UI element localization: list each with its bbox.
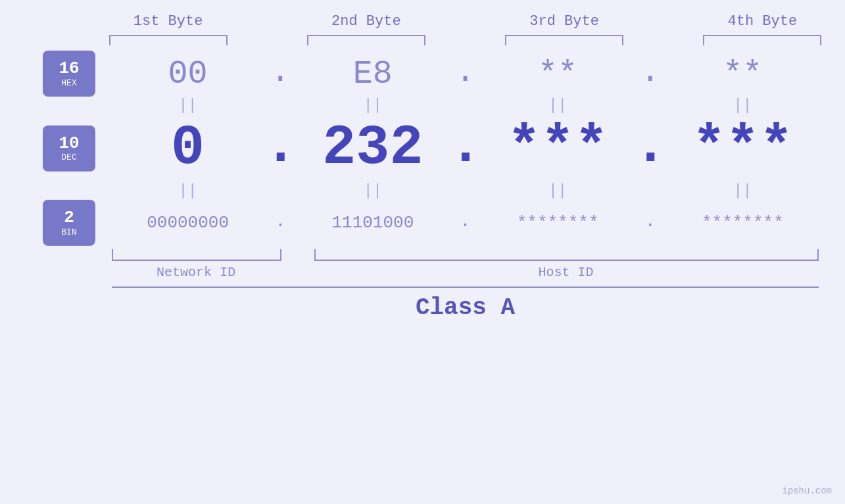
hex-sep-3: . bbox=[634, 53, 667, 95]
bin-val-4: ******** bbox=[667, 213, 819, 233]
byte-header-4: 4th Byte bbox=[664, 13, 845, 30]
eq-sym-2-4: || bbox=[667, 182, 819, 200]
eq-row-2: || || || || bbox=[26, 182, 819, 200]
dec-val-4: *** bbox=[667, 116, 819, 180]
eq-sym-1-2: || bbox=[297, 97, 448, 114]
bottom-labels: Network ID Host ID bbox=[112, 265, 819, 280]
bracket-cell-1 bbox=[69, 35, 267, 45]
bin-badge-label: BIN bbox=[61, 227, 76, 237]
hex-val-3: ** bbox=[482, 55, 634, 93]
bin-badge-area: 2 BIN bbox=[26, 200, 112, 246]
eq-sym-1-4: || bbox=[667, 97, 819, 114]
network-id-label: Network ID bbox=[112, 265, 280, 280]
bottom-section: Network ID Host ID Class A bbox=[26, 249, 819, 321]
labels-gap bbox=[280, 265, 313, 280]
bin-val-1: 00000000 bbox=[112, 213, 264, 233]
main-container: 1st Byte 2nd Byte 3rd Byte 4th Byte 16 H… bbox=[0, 0, 845, 504]
bracket-top-3 bbox=[505, 35, 623, 45]
bracket-top-2 bbox=[307, 35, 425, 45]
hex-val-4: ** bbox=[667, 55, 819, 93]
eq-sym-1-1: || bbox=[112, 97, 264, 114]
byte-header-2: 2nd Byte bbox=[267, 13, 465, 30]
bin-row: 2 BIN 00000000 . 11101000 . ******** . *… bbox=[26, 200, 819, 246]
bracket-host-id bbox=[314, 249, 819, 261]
dec-badge-area: 10 DEC bbox=[26, 126, 112, 172]
eq-sym-1-3: || bbox=[482, 97, 634, 114]
dec-sep-2: . bbox=[449, 114, 482, 182]
dec-sep-1: . bbox=[264, 114, 297, 182]
bin-sep-2: . bbox=[449, 212, 482, 234]
byte-headers: 1st Byte 2nd Byte 3rd Byte 4th Byte bbox=[69, 13, 845, 30]
bin-sep-1: . bbox=[264, 212, 297, 234]
bottom-brackets-wrapper bbox=[112, 249, 819, 261]
top-brackets bbox=[69, 35, 845, 45]
bracket-cell-3 bbox=[466, 35, 664, 45]
bin-sep-3: . bbox=[634, 212, 667, 234]
dec-values: 0 . 232 . *** . *** bbox=[112, 114, 819, 182]
bin-values: 00000000 . 11101000 . ******** . *******… bbox=[112, 212, 819, 234]
dec-badge: 10 DEC bbox=[43, 126, 95, 172]
hex-val-1: 00 bbox=[112, 55, 264, 93]
bracket-cell-4 bbox=[664, 35, 845, 45]
dec-badge-label: DEC bbox=[61, 152, 76, 162]
dec-val-1: 0 bbox=[112, 116, 264, 180]
class-row: Class A bbox=[112, 286, 819, 321]
bracket-top-1 bbox=[109, 35, 228, 45]
eq-values-1: || || || || bbox=[112, 97, 819, 114]
hex-badge-number: 16 bbox=[59, 59, 79, 78]
bin-badge: 2 BIN bbox=[43, 200, 95, 246]
bin-badge-number: 2 bbox=[64, 208, 74, 227]
bracket-network-id bbox=[112, 249, 281, 261]
eq-row-1: || || || || bbox=[26, 97, 819, 114]
hex-sep-1: . bbox=[264, 53, 297, 95]
bin-val-2: 11101000 bbox=[297, 213, 448, 233]
eq-sym-2-3: || bbox=[482, 182, 634, 200]
watermark: ipshu.com bbox=[782, 486, 832, 496]
byte-header-1: 1st Byte bbox=[69, 13, 267, 30]
byte-header-3: 3rd Byte bbox=[466, 13, 664, 30]
hex-badge: 16 HEX bbox=[43, 51, 95, 97]
dec-val-2: 232 bbox=[297, 116, 448, 180]
bracket-cell-2 bbox=[267, 35, 465, 45]
class-label: Class A bbox=[416, 294, 515, 321]
hex-badge-label: HEX bbox=[61, 78, 76, 88]
host-id-label: Host ID bbox=[313, 265, 819, 280]
bin-val-3: ******** bbox=[482, 213, 634, 233]
hex-sep-2: . bbox=[449, 53, 482, 95]
hex-row: 16 HEX 00 . E8 . ** . ** bbox=[26, 51, 819, 97]
bracket-top-4 bbox=[703, 35, 821, 45]
eq-values-2: || || || || bbox=[112, 182, 819, 200]
dec-badge-number: 10 bbox=[59, 134, 79, 153]
hex-badge-area: 16 HEX bbox=[26, 51, 112, 97]
dec-row: 10 DEC 0 . 232 . *** . *** bbox=[26, 114, 819, 182]
dec-val-3: *** bbox=[482, 116, 634, 180]
dec-sep-3: . bbox=[634, 114, 667, 182]
hex-val-2: E8 bbox=[297, 55, 448, 93]
hex-values: 00 . E8 . ** . ** bbox=[112, 53, 819, 95]
eq-sym-2-2: || bbox=[297, 182, 448, 200]
eq-sym-2-1: || bbox=[112, 182, 264, 200]
